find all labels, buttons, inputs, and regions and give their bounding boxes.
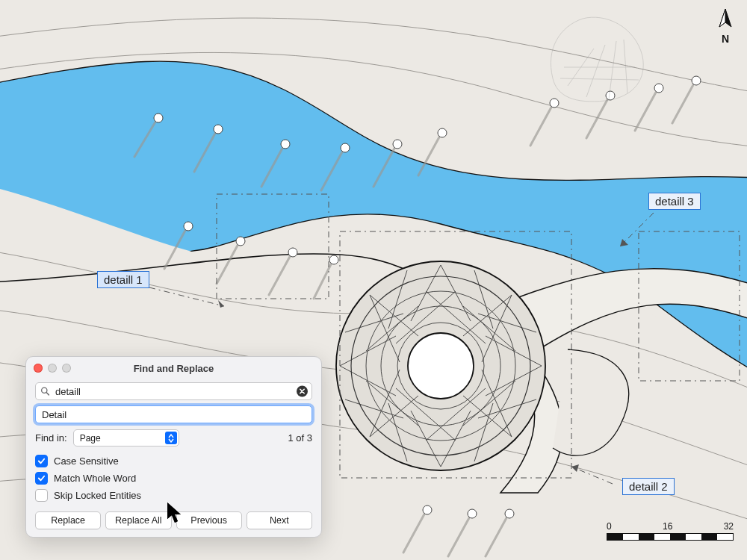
scope-select[interactable]: Page	[73, 429, 179, 447]
search-icon	[40, 387, 50, 396]
replace-field-row	[35, 405, 312, 423]
case-sensitive-option[interactable]: Case Sensitive	[35, 452, 312, 470]
case-sensitive-label: Case Sensitive	[54, 455, 119, 467]
scale-bar: 0 16 32	[607, 521, 734, 541]
replace-all-button[interactable]: Replace All	[105, 511, 171, 529]
scale-tick-1: 16	[663, 521, 672, 532]
next-button[interactable]: Next	[247, 511, 312, 529]
svg-point-26	[281, 140, 290, 149]
find-replace-dialog[interactable]: Find and Replace Find in: Page	[25, 356, 322, 538]
svg-point-25	[214, 125, 223, 134]
svg-point-33	[692, 76, 701, 85]
scale-tick-0: 0	[607, 521, 612, 532]
close-icon	[299, 388, 306, 395]
annotation-detail-1[interactable]: detaill 1	[97, 271, 149, 288]
svg-point-37	[329, 255, 338, 264]
checkbox-icon	[35, 472, 48, 485]
svg-point-6	[408, 333, 474, 399]
window-controls	[34, 364, 71, 373]
svg-point-40	[505, 509, 514, 518]
close-window-button[interactable]	[34, 364, 43, 373]
svg-point-38	[423, 505, 432, 514]
scale-tick-2: 32	[724, 521, 734, 532]
dialog-titlebar[interactable]: Find and Replace	[26, 357, 321, 379]
annotation-detail-3[interactable]: detaill 3	[648, 193, 701, 210]
north-arrow-icon	[716, 7, 734, 34]
find-input[interactable]	[35, 382, 312, 400]
svg-point-24	[154, 113, 163, 122]
svg-point-30	[550, 99, 559, 108]
match-count: 1 of 3	[288, 432, 312, 444]
find-field-row	[35, 382, 312, 400]
svg-point-27	[341, 143, 350, 152]
svg-point-35	[236, 237, 245, 246]
clear-find-button[interactable]	[297, 386, 308, 397]
checkbox-icon	[35, 455, 48, 467]
checkbox-icon	[35, 489, 48, 502]
match-whole-word-option[interactable]: Match Whole Word	[35, 470, 312, 487]
annotation-detail-2[interactable]: detaill 2	[622, 478, 675, 495]
skip-locked-label: Skip Locked Entities	[54, 490, 141, 501]
find-in-label: Find in:	[35, 432, 67, 444]
svg-point-34	[184, 222, 193, 231]
replace-button[interactable]: Replace	[35, 511, 101, 529]
svg-point-31	[606, 91, 615, 100]
previous-button[interactable]: Previous	[176, 511, 242, 529]
match-whole-word-label: Match Whole Word	[54, 473, 136, 484]
scope-value: Page	[80, 433, 101, 444]
svg-point-39	[468, 509, 477, 518]
compass: N	[715, 7, 736, 45]
minimize-window-button[interactable]	[48, 364, 57, 373]
svg-point-36	[288, 248, 297, 257]
svg-point-29	[438, 128, 447, 137]
svg-point-32	[654, 84, 663, 93]
replace-input[interactable]	[35, 405, 312, 423]
svg-line-45	[46, 393, 49, 395]
svg-point-28	[393, 140, 402, 149]
zoom-window-button[interactable]	[62, 364, 71, 373]
select-stepper-icon	[165, 432, 177, 444]
compass-label: N	[715, 33, 736, 45]
skip-locked-option[interactable]: Skip Locked Entities	[35, 487, 312, 504]
